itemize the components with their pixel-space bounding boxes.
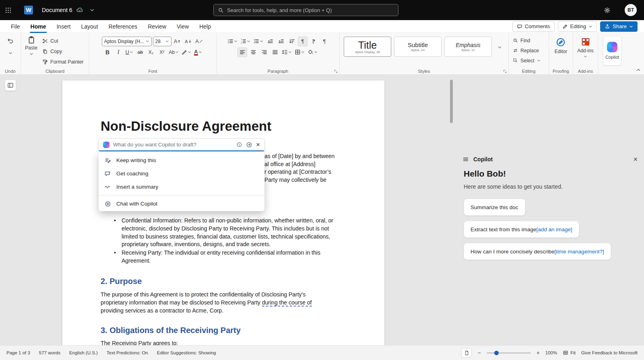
pane-menu-button[interactable] (462, 156, 469, 163)
addins-button[interactable]: Add-ins (577, 36, 594, 58)
undo-button[interactable] (6, 36, 15, 45)
share-button[interactable]: Share (600, 21, 638, 32)
suggestion-extract-text[interactable]: Extract text from this image [add an ima… (464, 221, 579, 238)
shrink-font-button[interactable]: A (184, 37, 193, 46)
collapse-ribbon-button[interactable] (636, 68, 641, 72)
saved-cloud-icon[interactable] (76, 6, 83, 14)
paragraph-marks-button[interactable]: ¶ (320, 37, 329, 46)
text-predictions-toggle[interactable]: Text Predictions: On (107, 350, 148, 355)
app-launcher-button[interactable] (0, 0, 16, 20)
feedback-link[interactable]: Give Feedback to Microsoft (581, 350, 638, 355)
zoom-level[interactable]: 100% (545, 350, 557, 355)
search-input[interactable] (227, 7, 394, 13)
vertical-scrollbar[interactable] (450, 80, 453, 123)
avatar[interactable]: BT (625, 4, 637, 16)
suggestion-summarize[interactable]: Summarize this doc (464, 199, 525, 216)
bold-button[interactable]: B (103, 47, 112, 57)
multilevel-list-button[interactable] (252, 37, 264, 46)
bullet-list-button[interactable] (227, 37, 238, 46)
suggestion-link[interactable]: [time management?] (555, 249, 604, 255)
left-to-right-button[interactable]: ¶ (298, 37, 308, 46)
clear-formatting-button[interactable]: A (194, 37, 204, 46)
menu-tab-references[interactable]: References (103, 20, 143, 33)
replace-button[interactable]: Replace (513, 47, 547, 54)
close-pane-button[interactable]: × (633, 155, 638, 164)
sort-button[interactable] (287, 37, 297, 46)
align-center-button[interactable] (248, 47, 258, 57)
menu-item-keep-writing[interactable]: Keep writing this (99, 154, 264, 167)
find-button[interactable]: Find (513, 37, 547, 44)
increase-indent-button[interactable] (276, 37, 286, 46)
menu-tab-layout[interactable]: Layout (76, 20, 103, 33)
styles-gallery-chevron[interactable] (495, 42, 504, 52)
view-mode-button[interactable] (461, 348, 472, 358)
document-title[interactable]: Document 6 (42, 7, 72, 13)
underline-button[interactable]: U (124, 47, 134, 57)
menu-item-get-coaching[interactable]: Get coaching (99, 167, 264, 180)
document-page[interactable]: Non-Disclosure Agreement as of [Date] by… (62, 80, 384, 345)
shading-button[interactable] (307, 47, 318, 57)
borders-button[interactable] (294, 47, 305, 57)
copilot-inline-prompt[interactable]: × (99, 138, 264, 151)
style-card-subtitle[interactable]: Subtitle Aptos, 14 (394, 37, 442, 57)
navigation-pane-toggle[interactable] (5, 80, 16, 91)
zoom-slider[interactable] (487, 352, 531, 354)
font-color-button[interactable]: A (193, 47, 203, 57)
word-logo-icon[interactable]: W (24, 6, 33, 14)
justify-button[interactable] (270, 47, 280, 57)
align-right-button[interactable] (259, 47, 269, 57)
undo-history-chevron-icon[interactable] (8, 51, 12, 55)
style-card-title[interactable]: Title Aptos Display, 28 (344, 37, 391, 57)
paragraph-dialog-launcher[interactable] (334, 69, 338, 74)
editor-button[interactable]: Editor (555, 36, 567, 54)
copy-button[interactable]: Copy (42, 47, 77, 55)
fit-button[interactable]: Fit (563, 350, 576, 356)
page-indicator[interactable]: Page 1 of 3 (6, 350, 30, 355)
font-name-combo[interactable]: Aptos Display (H... (102, 37, 152, 46)
settings-button[interactable] (599, 0, 615, 20)
align-left-button[interactable] (237, 47, 247, 57)
menu-item-insert-summary[interactable]: Insert a summary (99, 180, 264, 193)
decrease-indent-button[interactable] (265, 37, 275, 46)
menu-tab-insert[interactable]: Insert (51, 20, 76, 33)
cut-button[interactable]: Cut (42, 37, 77, 45)
close-prompt-button[interactable]: × (256, 141, 260, 148)
italic-button[interactable]: I (114, 47, 123, 57)
paste-button[interactable]: Paste (23, 36, 39, 66)
suggestion-concise-describe[interactable]: How can I more concisely describe [time … (464, 243, 611, 260)
line-spacing-button[interactable] (281, 47, 293, 57)
subscript-button[interactable]: X₂ (146, 47, 156, 57)
global-search[interactable] (213, 4, 398, 16)
text-highlight-button[interactable] (181, 47, 192, 57)
zoom-slider-thumb[interactable] (494, 351, 499, 355)
select-button[interactable]: Select (513, 57, 547, 64)
document-menu-chevron-icon[interactable] (90, 8, 95, 12)
editing-mode-button[interactable]: Editing (558, 21, 597, 32)
numbered-list-button[interactable]: 12 (239, 37, 251, 46)
superscript-button[interactable]: X² (157, 47, 167, 57)
language-indicator[interactable]: English (U.S.) (69, 350, 98, 355)
format-painter-button[interactable]: Format Painter (42, 58, 87, 66)
copilot-prompt-input[interactable] (113, 142, 233, 148)
menu-tab-view[interactable]: View (171, 20, 194, 33)
editor-suggestion-text[interactable]: during the course of (262, 299, 312, 307)
strikethrough-button[interactable]: ab (135, 47, 145, 57)
editor-suggestions-toggle[interactable]: Editor Suggestions: Showing (157, 350, 216, 355)
right-to-left-button[interactable]: ¶ (309, 37, 318, 46)
info-button[interactable] (236, 142, 242, 148)
send-button[interactable] (246, 142, 252, 148)
menu-tab-review[interactable]: Review (142, 20, 171, 33)
zoom-in-button[interactable]: + (537, 350, 540, 356)
comments-button[interactable]: Comments (512, 21, 555, 32)
zoom-out-button[interactable]: − (477, 350, 481, 356)
word-count[interactable]: 577 words (39, 350, 60, 355)
menu-tab-help[interactable]: Help (194, 20, 216, 33)
font-size-combo[interactable]: 28 (153, 37, 171, 46)
menu-item-chat-with-copilot[interactable]: Chat with Copilot (99, 197, 264, 210)
copilot-ribbon-button[interactable]: Copilot (603, 36, 621, 66)
menu-tab-home[interactable]: Home (25, 20, 52, 33)
text-effects-button[interactable]: Ab (168, 47, 180, 57)
suggestion-link[interactable]: [add an image] (537, 226, 572, 232)
grow-font-button[interactable]: A (173, 37, 182, 46)
styles-dialog-launcher[interactable] (503, 69, 507, 74)
